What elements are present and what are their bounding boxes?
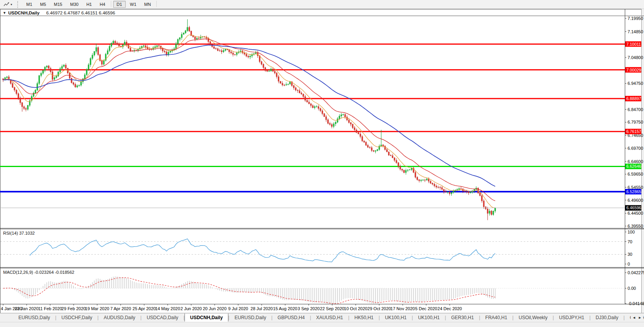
tab-gbpusd-h4[interactable]: GBPUSD,H4 (273, 313, 310, 322)
candle-body (177, 40, 179, 44)
candle-body (339, 116, 340, 119)
candle-body (308, 102, 309, 104)
tab-dj30-daily[interactable]: DJ30,Daily (591, 313, 624, 322)
tab-eurusd-daily[interactable]: EURUSD,Daily (230, 313, 271, 322)
candle-body (324, 114, 325, 117)
candle-body (244, 53, 245, 54)
tab-scroll-left-icon[interactable]: ◄ (632, 316, 636, 320)
candle-body (261, 62, 262, 65)
candle-body (487, 209, 488, 213)
candle-body (345, 114, 346, 117)
tab-audusd-daily[interactable]: AUDUSD,Daily (99, 313, 141, 322)
tab-ger30-h1[interactable]: GER30,H1 (446, 313, 479, 322)
candle-body (369, 147, 371, 147)
tab-fra40-h1[interactable]: FRA40,H1 (480, 313, 512, 322)
timeframe-button-d1[interactable]: D1 (113, 1, 126, 8)
tab-eurusd-daily[interactable]: EURUSD,Daily (13, 313, 55, 322)
tab-usdcad-daily[interactable]: USDCAD,Daily (141, 313, 183, 322)
candle-body (441, 188, 443, 190)
tab-hk50-h1[interactable]: HK50,H1 (349, 313, 379, 322)
candle-body (346, 117, 347, 120)
collapse-icon[interactable]: ▼ (3, 11, 6, 15)
candle-body (185, 31, 186, 33)
date-axis-label: 22 Sep 2020 (320, 306, 344, 311)
candle-body (405, 171, 407, 172)
candle-body (164, 51, 165, 52)
tab-usdchf-daily[interactable]: USDCHF,Daily (56, 313, 98, 322)
timeframe-button-m1[interactable]: M1 (23, 1, 36, 8)
chart-ohlc-values: 6.46972 6.47687 6.46151 6.46596 (46, 11, 115, 15)
candle-body (255, 53, 257, 54)
tab-xauusd-h1[interactable]: XAUUSD,H1 (311, 313, 348, 322)
date-axis-label: 5 Dec 2020 (415, 306, 437, 311)
timeframe-button-m5[interactable]: M5 (36, 1, 49, 8)
candle-body (20, 98, 21, 102)
tab-usdcnh-daily[interactable]: USDCNH,Daily (185, 313, 228, 322)
tab-scroll-right-icon[interactable]: ► (638, 316, 642, 320)
candle-body (75, 84, 76, 87)
candle-body (236, 53, 237, 55)
candle-body (468, 192, 469, 193)
rsi-axis-tick-label: 100 (628, 230, 635, 234)
candle-body (227, 49, 228, 50)
candle-body (445, 191, 447, 192)
candle-body (481, 196, 483, 201)
candle-body (402, 169, 403, 171)
tab-usoil-weekly[interactable]: USOil,Weekly (514, 313, 553, 322)
tab-uk100-h1[interactable]: UK100,H1 (413, 313, 445, 322)
timeframe-button-mn[interactable]: MN (141, 1, 154, 8)
candle-body (320, 108, 321, 111)
candle-body (50, 68, 51, 72)
candle-body (234, 54, 235, 55)
tab-uk100-h1[interactable]: UK100,H1 (380, 313, 412, 322)
chart-title: USDCNH,Daily (8, 11, 40, 15)
candle-body (137, 49, 139, 50)
toolbar-drag-handle[interactable] (17, 1, 20, 8)
timeframe-button-m30[interactable]: M30 (67, 1, 82, 8)
candle-body (94, 52, 95, 55)
candle-body (464, 191, 465, 192)
candle-body (39, 75, 40, 83)
candle-body (41, 73, 42, 75)
timeframe-button-h4[interactable]: H4 (96, 1, 109, 8)
candle-body (278, 77, 279, 81)
price-axis-tick-label: 7.19950 (628, 16, 643, 21)
candle-body (22, 103, 23, 107)
candle-body (479, 193, 481, 196)
candle-body (459, 189, 460, 189)
timeframe-button-m15[interactable]: M15 (51, 1, 66, 8)
rsi-axis-tick-label: 30 (628, 252, 632, 257)
candle-body (156, 46, 157, 47)
candle-body (293, 86, 295, 88)
candle-body (88, 65, 89, 70)
candle-body (329, 124, 331, 124)
chart-line-tool-button[interactable]: ▾ (2, 1, 14, 8)
candle-body (187, 27, 188, 31)
candle-body (143, 46, 144, 47)
current-price-label: 6.46596 (626, 205, 641, 210)
candle-body (98, 48, 99, 55)
candle-body (16, 90, 17, 93)
candle-body (96, 48, 97, 52)
price-chart[interactable]: 7.199507.148507.048006.947506.847006.797… (0, 9, 644, 313)
date-axis-label: 29 Feb 2020 (62, 306, 86, 311)
candle-body (60, 69, 61, 72)
timeframe-button-w1[interactable]: W1 (127, 1, 140, 8)
level-price-label: 6.88897 (626, 96, 641, 101)
candle-body (42, 70, 43, 73)
candle-body (117, 43, 118, 44)
candle-body (33, 93, 34, 97)
candle-body (350, 122, 351, 124)
candle-body (48, 66, 49, 68)
candle-body (90, 59, 91, 65)
candle-body (193, 36, 194, 37)
timeframe-button-h1[interactable]: H1 (83, 1, 95, 8)
candle-body (495, 208, 496, 211)
candle-body (213, 47, 215, 49)
tab-usdjpy-h1[interactable]: USDJPY,H1 (554, 313, 589, 322)
candle-body (422, 180, 423, 180)
candle-body (362, 137, 363, 141)
candle-body (333, 124, 334, 127)
candle-body (367, 145, 369, 147)
rsi-axis-tick-label: 70 (628, 239, 632, 244)
